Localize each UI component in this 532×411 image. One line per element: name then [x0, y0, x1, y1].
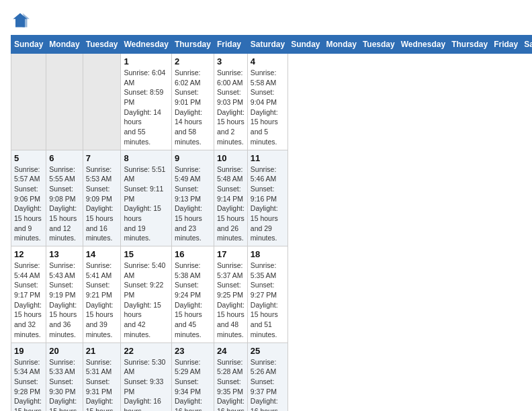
header-tuesday: Tuesday	[83, 36, 121, 54]
day-number: 6	[49, 153, 79, 163]
day-info: Sunrise: 5:41 AM Sunset: 9:21 PM Dayligh…	[86, 261, 118, 340]
day-number: 14	[86, 249, 118, 259]
header-friday: Friday	[491, 36, 521, 54]
calendar-cell: 13Sunrise: 5:43 AM Sunset: 9:19 PM Dayli…	[46, 246, 83, 343]
day-info: Sunrise: 5:51 AM Sunset: 9:11 PM Dayligh…	[124, 165, 168, 244]
day-info: Sunrise: 5:49 AM Sunset: 9:13 PM Dayligh…	[175, 165, 211, 244]
day-info: Sunrise: 5:57 AM Sunset: 9:06 PM Dayligh…	[14, 165, 43, 244]
calendar-cell: 19Sunrise: 5:34 AM Sunset: 9:28 PM Dayli…	[11, 342, 46, 411]
day-number: 23	[175, 346, 211, 356]
svg-marker-1	[23, 13, 30, 28]
day-info: Sunrise: 5:34 AM Sunset: 9:28 PM Dayligh…	[14, 357, 43, 412]
day-number: 17	[217, 249, 245, 259]
day-number: 8	[124, 153, 168, 163]
day-info: Sunrise: 5:43 AM Sunset: 9:19 PM Dayligh…	[49, 261, 79, 340]
calendar-cell: 9Sunrise: 5:49 AM Sunset: 9:13 PM Daylig…	[171, 150, 214, 246]
day-info: Sunrise: 5:37 AM Sunset: 9:25 PM Dayligh…	[217, 261, 245, 340]
day-number: 2	[175, 56, 211, 66]
day-info: Sunrise: 5:55 AM Sunset: 9:08 PM Dayligh…	[49, 165, 79, 244]
day-info: Sunrise: 5:58 AM Sunset: 9:04 PM Dayligh…	[251, 68, 285, 147]
calendar-cell: 7Sunrise: 5:53 AM Sunset: 9:09 PM Daylig…	[83, 150, 121, 246]
day-number: 5	[14, 153, 43, 163]
calendar-cell: 4Sunrise: 5:58 AM Sunset: 9:04 PM Daylig…	[247, 54, 287, 150]
page-header	[11, 11, 521, 30]
calendar-cell: 20Sunrise: 5:33 AM Sunset: 9:30 PM Dayli…	[46, 342, 83, 411]
day-info: Sunrise: 5:40 AM Sunset: 9:22 PM Dayligh…	[124, 261, 168, 340]
header-thursday: Thursday	[449, 36, 491, 54]
day-info: Sunrise: 6:02 AM Sunset: 9:01 PM Dayligh…	[175, 68, 211, 147]
day-number: 11	[251, 153, 285, 163]
header-saturday: Saturday	[247, 36, 287, 54]
day-info: Sunrise: 5:30 AM Sunset: 9:33 PM Dayligh…	[124, 357, 168, 412]
header-sunday: Sunday	[11, 36, 46, 54]
day-info: Sunrise: 5:35 AM Sunset: 9:27 PM Dayligh…	[251, 261, 285, 340]
day-number: 9	[175, 153, 211, 163]
calendar-cell: 18Sunrise: 5:35 AM Sunset: 9:27 PM Dayli…	[247, 246, 287, 343]
day-info: Sunrise: 5:48 AM Sunset: 9:14 PM Dayligh…	[217, 165, 245, 244]
calendar-cell: 17Sunrise: 5:37 AM Sunset: 9:25 PM Dayli…	[214, 246, 247, 343]
header-wednesday: Wednesday	[121, 36, 171, 54]
calendar-cell: 11Sunrise: 5:46 AM Sunset: 9:16 PM Dayli…	[247, 150, 287, 246]
day-number: 4	[251, 56, 285, 66]
day-number: 16	[175, 249, 211, 259]
calendar-cell: 14Sunrise: 5:41 AM Sunset: 9:21 PM Dayli…	[83, 246, 121, 343]
day-number: 22	[124, 346, 168, 356]
header-sunday: Sunday	[288, 36, 323, 54]
calendar-header-row: SundayMondayTuesdayWednesdayThursdayFrid…	[11, 36, 533, 54]
day-number: 24	[217, 346, 245, 356]
calendar-cell: 25Sunrise: 5:26 AM Sunset: 9:37 PM Dayli…	[247, 342, 287, 411]
calendar-cell: 15Sunrise: 5:40 AM Sunset: 9:22 PM Dayli…	[121, 246, 171, 343]
calendar-cell: 24Sunrise: 5:28 AM Sunset: 9:35 PM Dayli…	[214, 342, 247, 411]
header-wednesday: Wednesday	[398, 36, 448, 54]
day-number: 20	[49, 346, 79, 356]
header-tuesday: Tuesday	[359, 36, 398, 54]
header-saturday: Saturday	[521, 36, 532, 54]
day-number: 7	[86, 153, 118, 163]
day-info: Sunrise: 5:44 AM Sunset: 9:17 PM Dayligh…	[14, 261, 43, 340]
header-monday: Monday	[323, 36, 359, 54]
calendar-cell: 16Sunrise: 5:38 AM Sunset: 9:24 PM Dayli…	[171, 246, 214, 343]
day-info: Sunrise: 5:46 AM Sunset: 9:16 PM Dayligh…	[251, 165, 285, 244]
calendar-cell: 2Sunrise: 6:02 AM Sunset: 9:01 PM Daylig…	[171, 54, 214, 150]
day-info: Sunrise: 5:26 AM Sunset: 9:37 PM Dayligh…	[251, 357, 285, 412]
calendar-cell: 3Sunrise: 6:00 AM Sunset: 9:03 PM Daylig…	[214, 54, 247, 150]
calendar-week-row: 1Sunrise: 6:04 AM Sunset: 8:59 PM Daylig…	[11, 54, 533, 150]
calendar-cell: 22Sunrise: 5:30 AM Sunset: 9:33 PM Dayli…	[121, 342, 171, 411]
day-info: Sunrise: 6:04 AM Sunset: 8:59 PM Dayligh…	[124, 68, 168, 147]
header-monday: Monday	[46, 36, 83, 54]
day-info: Sunrise: 5:31 AM Sunset: 9:31 PM Dayligh…	[86, 357, 118, 412]
day-number: 21	[86, 346, 118, 356]
logo	[11, 11, 32, 30]
day-number: 13	[49, 249, 79, 259]
logo-icon	[11, 11, 30, 30]
calendar-cell	[11, 54, 46, 150]
calendar-week-row: 12Sunrise: 5:44 AM Sunset: 9:17 PM Dayli…	[11, 246, 533, 343]
day-number: 25	[251, 346, 285, 356]
day-number: 19	[14, 346, 43, 356]
day-info: Sunrise: 6:00 AM Sunset: 9:03 PM Dayligh…	[217, 68, 245, 147]
day-info: Sunrise: 5:53 AM Sunset: 9:09 PM Dayligh…	[86, 165, 118, 244]
calendar-cell	[83, 54, 121, 150]
calendar-cell: 5Sunrise: 5:57 AM Sunset: 9:06 PM Daylig…	[11, 150, 46, 246]
day-info: Sunrise: 5:38 AM Sunset: 9:24 PM Dayligh…	[175, 261, 211, 340]
calendar-cell	[46, 54, 83, 150]
header-thursday: Thursday	[171, 36, 214, 54]
calendar-cell: 10Sunrise: 5:48 AM Sunset: 9:14 PM Dayli…	[214, 150, 247, 246]
day-number: 1	[124, 56, 168, 66]
calendar-cell: 6Sunrise: 5:55 AM Sunset: 9:08 PM Daylig…	[46, 150, 83, 246]
calendar-table: SundayMondayTuesdayWednesdayThursdayFrid…	[11, 35, 532, 411]
day-number: 3	[217, 56, 245, 66]
day-info: Sunrise: 5:28 AM Sunset: 9:35 PM Dayligh…	[217, 357, 245, 412]
header-friday: Friday	[214, 36, 247, 54]
calendar-cell: 8Sunrise: 5:51 AM Sunset: 9:11 PM Daylig…	[121, 150, 171, 246]
day-number: 18	[251, 249, 285, 259]
calendar-week-row: 5Sunrise: 5:57 AM Sunset: 9:06 PM Daylig…	[11, 150, 533, 246]
calendar-cell: 21Sunrise: 5:31 AM Sunset: 9:31 PM Dayli…	[83, 342, 121, 411]
day-info: Sunrise: 5:33 AM Sunset: 9:30 PM Dayligh…	[49, 357, 79, 412]
calendar-cell: 12Sunrise: 5:44 AM Sunset: 9:17 PM Dayli…	[11, 246, 46, 343]
day-number: 15	[124, 249, 168, 259]
day-number: 12	[14, 249, 43, 259]
calendar-cell: 1Sunrise: 6:04 AM Sunset: 8:59 PM Daylig…	[121, 54, 171, 150]
day-info: Sunrise: 5:29 AM Sunset: 9:34 PM Dayligh…	[175, 357, 211, 412]
calendar-cell: 23Sunrise: 5:29 AM Sunset: 9:34 PM Dayli…	[171, 342, 214, 411]
